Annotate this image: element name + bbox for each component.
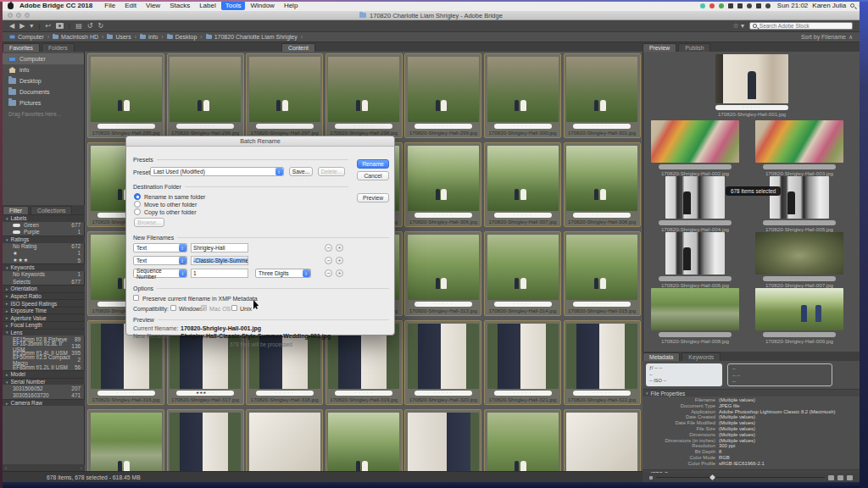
rating-pill[interactable]: · · · · · xyxy=(573,213,631,218)
menu-window[interactable]: Window xyxy=(246,1,278,10)
rating-pill[interactable]: · · · · · xyxy=(573,124,631,129)
preview-item[interactable]: · · · · ·170820-Shrigley-Hall-009.jpg xyxy=(753,288,846,344)
breadcrumb-item[interactable]: 170820 Charlotte Liam Shrigley xyxy=(214,34,298,40)
filter-section-labels[interactable]: ▾Labels xyxy=(3,214,85,222)
thumbnail-cell[interactable]: · · · · ·170820-Shrigley-Hall-300.jpg xyxy=(484,53,561,138)
rotate-right-icon[interactable]: ↻ xyxy=(97,22,103,30)
spotlight-search-icon[interactable] xyxy=(850,3,854,8)
tab-keywords[interactable]: Keywords xyxy=(682,352,721,361)
radio-copy-to-other-folder[interactable] xyxy=(134,208,141,215)
filename-part-type-select[interactable]: Text↕ xyxy=(133,243,187,252)
menu-bar-clock[interactable]: Sun 21:02 xyxy=(777,2,808,9)
digits-select[interactable]: Three Digits↕ xyxy=(255,269,311,278)
filter-section-model[interactable]: ▸Model xyxy=(3,370,85,378)
thumbnail-cell[interactable]: · · · · ·170820-Shrigley-Hall-307.jpg xyxy=(484,142,561,227)
breadcrumb-item[interactable]: Macintosh HD xyxy=(61,34,98,40)
thumbnail-cell[interactable]: · · · · ·170820-Shrigley-Hall-295.jpg xyxy=(87,53,164,138)
dialog-title[interactable]: Batch Rename xyxy=(126,136,394,147)
tab-folders[interactable]: Folders xyxy=(42,43,75,52)
delete-preset-button[interactable]: Delete... xyxy=(318,167,345,176)
star-filter-icon[interactable]: ☆ ▾ xyxy=(733,22,744,30)
menubar-status-icon[interactable] xyxy=(747,3,752,8)
rating-pill[interactable]: · · · · · xyxy=(659,332,732,337)
filter-row[interactable]: No Rating672 xyxy=(3,243,85,250)
thumbnail-size-slider[interactable] xyxy=(656,477,825,478)
detail-view-icon[interactable] xyxy=(837,475,843,480)
rating-pill[interactable]: · · · · · xyxy=(494,124,552,129)
preview-item[interactable]: · · · · ·170820-Shrigley-Hall-008.jpg xyxy=(648,288,742,344)
app-menu-title[interactable]: Adobe Bridge CC 2018 xyxy=(19,2,92,9)
sequence-start-input[interactable]: 1 xyxy=(191,269,248,278)
menubar-status-icon[interactable] xyxy=(700,3,705,8)
thumbnail-cell[interactable]: · · · · ·170820-Shrigley-Hall-321.jpg xyxy=(484,320,561,405)
rating-pill[interactable]: · · · · · xyxy=(415,302,472,307)
menu-tools[interactable]: Tools xyxy=(221,1,246,10)
tab-favorites[interactable]: Favorites xyxy=(3,43,40,52)
menubar-status-icon[interactable] xyxy=(765,3,771,8)
slider-knob[interactable] xyxy=(709,474,715,480)
rating-pill[interactable]: · · · · · xyxy=(335,391,392,396)
filter-row[interactable]: EF16-35mm f/2.8L II USM136 xyxy=(3,342,85,349)
preview-item[interactable]: · · · · ·170820-Shrigley-Hall-004.jpg xyxy=(648,176,742,232)
filter-row[interactable]: 3031506052207 xyxy=(3,385,85,391)
sidebar-item-info[interactable]: info xyxy=(3,64,84,75)
tab-filter[interactable]: Filter xyxy=(3,206,29,214)
rating-pill[interactable]: · · · · · xyxy=(494,213,552,218)
tab-preview[interactable]: Preview xyxy=(643,43,676,52)
preview-item[interactable]: · · · · ·170820-Shrigley-Hall-006.jpg xyxy=(648,232,742,288)
macos-checkbox[interactable]: ✓ xyxy=(201,305,207,311)
remove-row-button[interactable]: − xyxy=(325,257,332,264)
unix-checkbox[interactable] xyxy=(231,305,237,311)
rating-pill[interactable]: · · · · · xyxy=(494,302,552,307)
breadcrumb-item[interactable]: Users xyxy=(115,34,131,40)
thumbnail-cell[interactable]: · · · · ·170820-Shrigley-Hall-314.jpg xyxy=(484,231,561,316)
close-window-button[interactable] xyxy=(8,13,13,18)
rating-pill[interactable]: · · · · · xyxy=(176,124,234,129)
tab-metadata[interactable]: Metadata xyxy=(643,352,680,361)
menu-bar-user[interactable]: Karen Julia xyxy=(812,2,846,9)
thumbnail-cell[interactable]: · · · · ·170820-Shrigley-Hall-299.jpg xyxy=(404,53,481,138)
filter-row[interactable]: 303051603720471 xyxy=(3,392,85,399)
filter-section-keywords[interactable]: ▾Keywords xyxy=(3,263,85,271)
rating-pill[interactable]: · · · · · xyxy=(573,302,631,307)
metadata-section-file-properties[interactable]: ▾File Properties xyxy=(643,389,860,396)
refine-icon[interactable]: ▤ xyxy=(75,22,82,30)
browse-button[interactable]: Browse... xyxy=(134,218,164,227)
rating-pill[interactable]: · · · · · xyxy=(97,391,155,396)
back-arrow-icon[interactable]: ◀ xyxy=(9,22,14,30)
rating-pill[interactable]: · · · · · xyxy=(763,276,836,281)
filter-section-camera-raw[interactable]: ▸Camera Raw xyxy=(3,399,85,407)
rating-pill[interactable]: · · · · · xyxy=(335,124,392,129)
preset-select[interactable]: Last Used (Modified)↕ xyxy=(150,167,284,176)
sidebar-item-desktop[interactable]: Desktop xyxy=(3,75,84,86)
rating-pill[interactable]: · · · · · xyxy=(659,164,732,169)
scroll-left-icon[interactable]: ‹ xyxy=(5,465,7,470)
sort-direction-icon[interactable]: ∧ xyxy=(849,34,853,41)
nav-dropdown-caret-icon[interactable]: ▾ xyxy=(30,22,33,30)
thumbnail-cell[interactable]: · · · · ·170820-Shrigley-Hall-297.jpg xyxy=(246,53,323,138)
radio-label[interactable]: Move to other folder xyxy=(144,202,197,208)
filter-section-exposure-time[interactable]: ▸Exposure Time xyxy=(3,307,85,314)
remove-row-button[interactable]: − xyxy=(325,269,332,277)
window-controls[interactable] xyxy=(8,13,30,18)
preserve-filename-checkbox[interactable] xyxy=(133,295,139,301)
preview-item[interactable]: · · · · ·170820-Shrigley-Hall-002.jpg xyxy=(648,120,742,176)
menubar-status-icon[interactable] xyxy=(737,3,743,8)
radio-label[interactable]: Copy to other folder xyxy=(144,209,196,215)
rating-pill[interactable]: · · · · · xyxy=(415,213,472,218)
radio-rename-in-same-folder[interactable] xyxy=(134,193,141,200)
menu-view[interactable]: View xyxy=(142,1,164,10)
preview-item[interactable]: · · · · ·170820-Shrigley-Hall-003.jpg xyxy=(753,120,846,176)
sidebar-item-documents[interactable]: Documents xyxy=(3,86,84,97)
filter-panel-scrollbar[interactable]: ‹› xyxy=(3,464,85,471)
tab-publish[interactable]: Publish xyxy=(678,43,710,52)
filename-text-input[interactable]: Shrigley-Hall xyxy=(191,243,248,252)
checkbox-label[interactable]: Unix xyxy=(240,306,252,312)
add-row-button[interactable]: + xyxy=(336,269,343,277)
menu-help[interactable]: Help xyxy=(280,1,302,10)
thumbnail-cell[interactable]: · · · · ·170820-Shrigley-Hall-322.jpg xyxy=(564,320,641,405)
thumbnail-cell[interactable]: · · · · ·170820-Shrigley-Hall-296.jpg xyxy=(167,53,244,138)
rename-button[interactable]: Rename xyxy=(357,159,389,169)
rating-pill[interactable]: · · · · · xyxy=(415,391,472,396)
remove-row-button[interactable]: − xyxy=(325,244,332,252)
